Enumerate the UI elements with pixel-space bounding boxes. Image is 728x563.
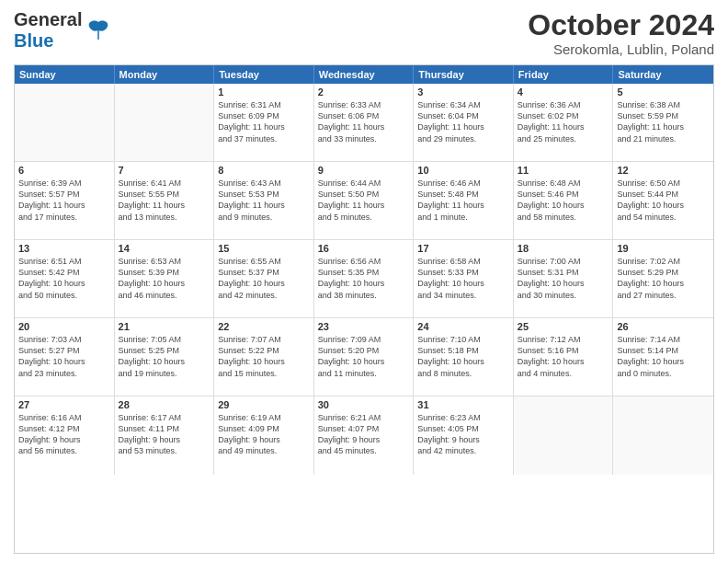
day-info: Sunrise: 7:03 AM Sunset: 5:27 PM Dayligh… <box>18 334 110 379</box>
cal-cell-0-1 <box>115 84 215 161</box>
cal-week-1: 6Sunrise: 6:39 AM Sunset: 5:57 PM Daylig… <box>15 162 713 240</box>
cal-cell-0-3: 2Sunrise: 6:33 AM Sunset: 6:06 PM Daylig… <box>314 84 415 161</box>
cal-header-wednesday: Wednesday <box>314 65 415 84</box>
cal-header-saturday: Saturday <box>613 65 713 84</box>
day-number: 14 <box>119 243 210 254</box>
calendar-body: 1Sunrise: 6:31 AM Sunset: 6:09 PM Daylig… <box>15 84 713 553</box>
cal-header-tuesday: Tuesday <box>214 65 314 84</box>
day-number: 8 <box>218 165 310 176</box>
day-info: Sunrise: 7:09 AM Sunset: 5:20 PM Dayligh… <box>318 334 410 379</box>
day-info: Sunrise: 6:36 AM Sunset: 6:02 PM Dayligh… <box>518 99 609 144</box>
cal-cell-1-6: 12Sunrise: 6:50 AM Sunset: 5:44 PM Dayli… <box>613 162 713 239</box>
location: Serokomla, Lublin, Poland <box>528 41 714 57</box>
cal-cell-1-5: 11Sunrise: 6:48 AM Sunset: 5:46 PM Dayli… <box>514 162 614 239</box>
cal-cell-0-5: 4Sunrise: 6:36 AM Sunset: 6:02 PM Daylig… <box>514 84 614 161</box>
cal-week-4: 27Sunrise: 6:16 AM Sunset: 4:12 PM Dayli… <box>15 396 713 475</box>
day-info: Sunrise: 6:33 AM Sunset: 6:06 PM Dayligh… <box>318 99 410 144</box>
cal-cell-2-0: 13Sunrise: 6:51 AM Sunset: 5:42 PM Dayli… <box>15 240 115 317</box>
day-number: 11 <box>518 165 609 176</box>
cal-week-3: 20Sunrise: 7:03 AM Sunset: 5:27 PM Dayli… <box>15 318 713 396</box>
day-number: 17 <box>417 243 509 254</box>
cal-cell-3-0: 20Sunrise: 7:03 AM Sunset: 5:27 PM Dayli… <box>15 318 115 396</box>
day-info: Sunrise: 6:41 AM Sunset: 5:55 PM Dayligh… <box>119 178 210 223</box>
day-info: Sunrise: 6:55 AM Sunset: 5:37 PM Dayligh… <box>218 256 310 301</box>
cal-cell-1-2: 8Sunrise: 6:43 AM Sunset: 5:53 PM Daylig… <box>214 162 314 239</box>
day-info: Sunrise: 6:46 AM Sunset: 5:48 PM Dayligh… <box>417 178 509 223</box>
day-info: Sunrise: 6:58 AM Sunset: 5:33 PM Dayligh… <box>417 256 509 301</box>
cal-week-0: 1Sunrise: 6:31 AM Sunset: 6:09 PM Daylig… <box>15 84 713 162</box>
day-info: Sunrise: 6:43 AM Sunset: 5:53 PM Dayligh… <box>218 178 310 223</box>
day-number: 2 <box>318 86 410 98</box>
day-info: Sunrise: 7:07 AM Sunset: 5:22 PM Dayligh… <box>218 334 310 379</box>
day-number: 3 <box>417 86 509 98</box>
cal-cell-4-4: 31Sunrise: 6:23 AM Sunset: 4:05 PM Dayli… <box>414 396 514 475</box>
page: General Blue October 2024 Serokomla, Lub… <box>0 0 728 563</box>
title-area: October 2024 Serokomla, Lublin, Poland <box>528 9 714 57</box>
day-info: Sunrise: 6:34 AM Sunset: 6:04 PM Dayligh… <box>417 99 509 144</box>
cal-cell-4-6 <box>613 396 713 475</box>
cal-header-monday: Monday <box>115 65 215 84</box>
day-info: Sunrise: 6:21 AM Sunset: 4:07 PM Dayligh… <box>318 412 410 457</box>
day-number: 24 <box>417 321 509 332</box>
logo-general: General <box>14 9 82 29</box>
day-info: Sunrise: 6:19 AM Sunset: 4:09 PM Dayligh… <box>218 412 310 457</box>
day-number: 30 <box>318 399 410 410</box>
day-info: Sunrise: 6:31 AM Sunset: 6:09 PM Dayligh… <box>218 99 310 144</box>
day-info: Sunrise: 6:51 AM Sunset: 5:42 PM Dayligh… <box>18 256 110 301</box>
day-number: 20 <box>18 321 110 332</box>
cal-cell-0-6: 5Sunrise: 6:38 AM Sunset: 5:59 PM Daylig… <box>613 84 713 161</box>
month-title: October 2024 <box>528 9 714 41</box>
cal-cell-2-6: 19Sunrise: 7:02 AM Sunset: 5:29 PM Dayli… <box>613 240 713 317</box>
day-number: 16 <box>318 243 410 254</box>
day-info: Sunrise: 7:05 AM Sunset: 5:25 PM Dayligh… <box>119 334 210 379</box>
cal-cell-4-3: 30Sunrise: 6:21 AM Sunset: 4:07 PM Dayli… <box>314 396 415 475</box>
day-number: 26 <box>617 321 710 332</box>
cal-cell-3-4: 24Sunrise: 7:10 AM Sunset: 5:18 PM Dayli… <box>414 318 514 396</box>
day-info: Sunrise: 7:12 AM Sunset: 5:16 PM Dayligh… <box>518 334 609 379</box>
cal-cell-4-5 <box>514 396 614 475</box>
day-number: 31 <box>417 399 509 410</box>
day-number: 19 <box>617 243 710 254</box>
day-number: 12 <box>617 165 710 176</box>
calendar-header: SundayMondayTuesdayWednesdayThursdayFrid… <box>15 65 713 84</box>
day-number: 7 <box>119 165 210 176</box>
logo-bird-icon <box>85 17 111 43</box>
day-info: Sunrise: 6:50 AM Sunset: 5:44 PM Dayligh… <box>617 178 710 223</box>
logo-text: General Blue <box>14 9 82 52</box>
day-number: 29 <box>218 399 310 410</box>
cal-cell-2-2: 15Sunrise: 6:55 AM Sunset: 5:37 PM Dayli… <box>214 240 314 317</box>
logo: General Blue <box>14 9 111 52</box>
cal-header-thursday: Thursday <box>414 65 514 84</box>
logo-blue: Blue <box>14 30 53 51</box>
day-info: Sunrise: 7:14 AM Sunset: 5:14 PM Dayligh… <box>617 334 710 379</box>
calendar: SundayMondayTuesdayWednesdayThursdayFrid… <box>14 64 714 554</box>
day-number: 13 <box>18 243 110 254</box>
cal-week-2: 13Sunrise: 6:51 AM Sunset: 5:42 PM Dayli… <box>15 240 713 318</box>
day-info: Sunrise: 6:23 AM Sunset: 4:05 PM Dayligh… <box>417 412 509 457</box>
cal-header-sunday: Sunday <box>15 65 115 84</box>
cal-header-friday: Friday <box>514 65 614 84</box>
cal-cell-3-1: 21Sunrise: 7:05 AM Sunset: 5:25 PM Dayli… <box>115 318 215 396</box>
day-info: Sunrise: 6:38 AM Sunset: 5:59 PM Dayligh… <box>617 99 710 144</box>
day-number: 9 <box>318 165 410 176</box>
day-number: 25 <box>518 321 609 332</box>
day-number: 22 <box>218 321 310 332</box>
day-number: 18 <box>518 243 609 254</box>
day-number: 5 <box>617 86 710 98</box>
day-number: 4 <box>518 86 609 98</box>
cal-cell-2-5: 18Sunrise: 7:00 AM Sunset: 5:31 PM Dayli… <box>514 240 614 317</box>
day-number: 23 <box>318 321 410 332</box>
day-info: Sunrise: 6:53 AM Sunset: 5:39 PM Dayligh… <box>119 256 210 301</box>
cal-cell-2-4: 17Sunrise: 6:58 AM Sunset: 5:33 PM Dayli… <box>414 240 514 317</box>
day-number: 15 <box>218 243 310 254</box>
cal-cell-3-3: 23Sunrise: 7:09 AM Sunset: 5:20 PM Dayli… <box>314 318 415 396</box>
cal-cell-1-4: 10Sunrise: 6:46 AM Sunset: 5:48 PM Dayli… <box>414 162 514 239</box>
day-info: Sunrise: 6:16 AM Sunset: 4:12 PM Dayligh… <box>18 412 110 457</box>
cal-cell-3-5: 25Sunrise: 7:12 AM Sunset: 5:16 PM Dayli… <box>514 318 614 396</box>
cal-cell-4-1: 28Sunrise: 6:17 AM Sunset: 4:11 PM Dayli… <box>115 396 215 475</box>
cal-cell-2-1: 14Sunrise: 6:53 AM Sunset: 5:39 PM Dayli… <box>115 240 215 317</box>
day-info: Sunrise: 6:44 AM Sunset: 5:50 PM Dayligh… <box>318 178 410 223</box>
day-number: 1 <box>218 86 310 98</box>
day-info: Sunrise: 7:00 AM Sunset: 5:31 PM Dayligh… <box>518 256 609 301</box>
day-number: 27 <box>18 399 110 410</box>
